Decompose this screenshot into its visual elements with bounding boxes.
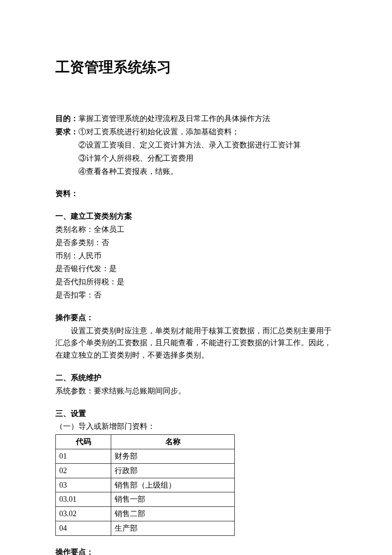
cell-name: 行政部 (111, 463, 235, 478)
dept-table: 代码 名称 01 财务部 02 行政部 03 销售部（上级组） 03 (55, 434, 235, 536)
th-name: 名称 (111, 435, 235, 449)
cell-code: 03.02 (56, 507, 111, 521)
table-row: 04 生产部 (56, 521, 235, 535)
cell-name: 财务部 (111, 449, 235, 463)
table-row: 01 财务部 (56, 449, 235, 463)
require-line-2: ②设置工资项目、定义工资计算方法、录入工资数据进行工资计算 (78, 139, 337, 151)
cell-code: 04 (56, 521, 111, 535)
require-text-1: ①对工资系统进行初始化设置，添加基础资料； (78, 127, 239, 136)
opkey2-label: 操作要点： (55, 546, 337, 555)
document-title: 工资管理系统练习 (55, 55, 337, 78)
table-header-row: 代码 名称 (56, 435, 235, 449)
s1-line-4: 是否银行代发：是 (55, 263, 337, 275)
dept-table-wrap: 代码 名称 01 财务部 02 行政部 03 销售部（上级组） 03 (55, 434, 337, 536)
cell-name: 销售一部 (111, 492, 235, 507)
table-row: 02 行政部 (56, 463, 235, 478)
purpose-label: 目的： (55, 114, 78, 123)
s1-line-2: 是否多类别：否 (55, 237, 337, 249)
purpose-line: 目的：掌握工资管理系统的处理流程及日常工作的具体操作方法 (55, 113, 337, 125)
purpose-text: 掌握工资管理系统的处理流程及日常工作的具体操作方法 (78, 114, 270, 123)
table-row: 03.01 销售一部 (56, 492, 235, 507)
require-line-4: ④查看各种工资报表，结账。 (78, 165, 337, 178)
table-row: 03.02 销售二部 (56, 507, 235, 521)
require-label: 要求： (55, 127, 78, 136)
cell-name: 销售二部 (111, 507, 235, 521)
opkey1-text: 设置工资类别时应注意，单类别才能用于核算工资数据，而汇总类别主要用于汇总多个单类… (55, 325, 337, 361)
require-line-3: ③计算个人所得税、分配工资费用 (78, 152, 337, 165)
cell-code: 03.01 (56, 492, 111, 507)
materials-label: 资料： (55, 188, 337, 200)
s1-line-3: 币别：人民币 (55, 250, 337, 262)
require-line-1: 要求：①对工资系统进行初始化设置，添加基础资料； (55, 126, 337, 138)
section-2-heading: 二、系统维护 (55, 372, 337, 384)
document-page: 工资管理系统练习 目的：掌握工资管理系统的处理流程及日常工作的具体操作方法 要求… (0, 0, 392, 555)
cell-name: 生产部 (111, 521, 235, 535)
s2-text: 系统参数：要求结账与总账期间同步。 (55, 385, 337, 397)
cell-code: 02 (56, 463, 111, 478)
cell-code: 03 (56, 478, 111, 492)
section-3-heading: 三、设置 (55, 408, 337, 420)
section-1-heading: 一、建立工资类别方案 (55, 210, 337, 223)
s1-line-1: 类别名称：全体员工 (55, 223, 337, 236)
s1-line-6: 是否扣零：否 (55, 289, 337, 301)
opkey1-label: 操作要点： (55, 312, 337, 324)
cell-name: 销售部（上级组） (111, 478, 235, 492)
cell-code: 01 (56, 449, 111, 463)
s1-line-5: 是否代扣所得税：是 (55, 276, 337, 288)
table-row: 03 销售部（上级组） (56, 478, 235, 492)
th-code: 代码 (56, 435, 111, 449)
s3-sub: （一）导入或新增部门资料： (55, 420, 337, 433)
